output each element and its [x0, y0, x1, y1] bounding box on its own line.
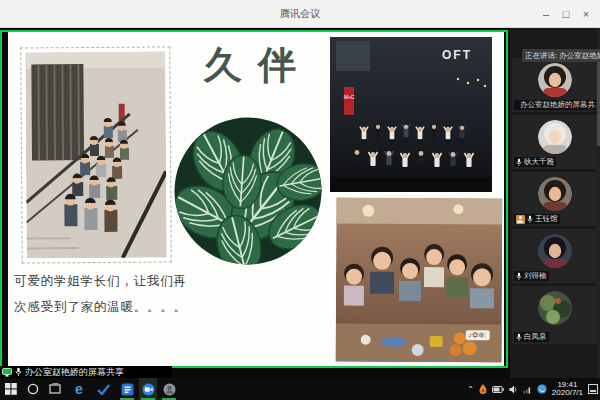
participant-label: 白凤泉 — [514, 332, 549, 342]
night-photo-graphic: M+C OFT — [330, 37, 492, 192]
microphone-icon — [516, 272, 522, 281]
photo-night-group: M+C OFT — [330, 37, 492, 192]
leaf-graphic — [173, 116, 323, 266]
participant-avatar — [538, 234, 572, 268]
participant-thumbnail-5[interactable]: 白凤泉 — [512, 286, 598, 344]
participant-thumbnail-4[interactable]: 刘得楠 — [512, 229, 598, 283]
weather-tray-icon[interactable] — [537, 384, 547, 394]
system-tray: ⌃ 19:41 2020/7/1 — [467, 378, 598, 400]
tencent-meeting-app-icon[interactable] — [139, 378, 157, 400]
participant-name: 耿大千雅 — [524, 157, 554, 167]
microphone-icon — [527, 215, 533, 224]
shared-screen-region: 久伴 — [0, 30, 508, 368]
screen-share-icon — [2, 368, 12, 377]
red-sign-text: M+C — [344, 94, 355, 100]
meeting-main-area: 久伴 — [0, 28, 600, 378]
task-view-icon[interactable] — [46, 378, 64, 400]
window-title: 腾讯会议 — [0, 7, 600, 21]
windows-taskbar: e ⌃ — [0, 378, 600, 400]
desktop-screen: 腾讯会议 – □ × — [0, 0, 600, 400]
network-icon[interactable] — [523, 385, 532, 394]
taskbar-left: e — [0, 378, 178, 400]
action-center-icon[interactable] — [588, 384, 598, 394]
host-badge-icon — [516, 215, 525, 224]
loft-sign-text: OFT — [442, 48, 472, 62]
slide-title: 久伴 — [204, 40, 312, 91]
photo-watermark: ♪✿⊕: — [465, 330, 489, 340]
search-icon[interactable] — [24, 378, 42, 400]
slide-body-line: 次感受到了家的温暖。。。。 — [14, 294, 187, 320]
participant-label: 王钰馆 — [514, 214, 560, 224]
participant-avatar — [538, 177, 572, 211]
participant-thumbnail-2[interactable]: 耿大千雅 — [512, 115, 598, 169]
participant-label: 耿大千雅 — [514, 157, 556, 167]
start-button[interactable] — [2, 378, 20, 400]
clock-date: 2020/7/1 — [552, 389, 583, 398]
window-titlebar: 腾讯会议 – □ × — [0, 0, 600, 28]
leaf-image — [173, 116, 323, 266]
microphone-icon — [516, 333, 522, 342]
minimize-button[interactable]: – — [536, 4, 556, 24]
slide-body-line: 可爱的学姐学长们，让我们再 — [14, 268, 187, 294]
participant-thumbnail-1[interactable]: 办公室赵艳娇的屏幕共.. — [512, 58, 598, 112]
presentation-slide: 久伴 — [8, 32, 504, 366]
participant-avatar — [538, 291, 572, 325]
speaking-status: 正在讲话: 办公室赵艳娇 — [522, 49, 600, 62]
security-tray-icon[interactable] — [479, 384, 487, 394]
microphone-icon — [15, 367, 22, 377]
qq-doc-app-icon[interactable] — [118, 378, 136, 400]
participant-name: 白凤泉 — [524, 332, 547, 342]
battery-icon[interactable] — [492, 386, 504, 393]
participant-label: 刘得楠 — [514, 271, 549, 281]
slide-body-text: 可爱的学姐学长们，让我们再 次感受到了家的温暖。。。。 — [14, 268, 187, 320]
check-app-icon[interactable] — [94, 378, 112, 400]
participant-avatar — [538, 63, 572, 97]
stairs-photo-graphic — [25, 52, 166, 259]
participant-thumbnail-3[interactable]: 王钰馆 — [512, 172, 598, 226]
taskbar-app-icon[interactable] — [160, 378, 178, 400]
share-banner: 办公室赵艳娇的屏幕共享 — [0, 366, 172, 378]
microphone-icon — [516, 158, 522, 167]
taskbar-clock[interactable]: 19:41 2020/7/1 — [552, 381, 583, 398]
tray-expand-icon[interactable]: ⌃ — [467, 385, 474, 394]
edge-browser-icon[interactable]: e — [70, 378, 88, 400]
close-button[interactable]: × — [576, 4, 596, 24]
photo-stairs-group — [21, 47, 170, 262]
participant-name: 刘得楠 — [524, 271, 547, 281]
participant-label: 办公室赵艳娇的屏幕共.. — [514, 100, 596, 110]
share-banner-label: 办公室赵艳娇的屏幕共享 — [25, 366, 124, 379]
window-controls: – □ × — [536, 0, 596, 28]
volume-icon[interactable] — [509, 385, 518, 394]
maximize-button[interactable]: □ — [556, 4, 576, 24]
participant-name: 办公室赵艳娇的屏幕共.. — [520, 100, 596, 110]
participant-avatar — [538, 120, 572, 154]
participant-name: 王钰馆 — [535, 214, 558, 224]
photo-dinner-selfie: ♪✿⊕: — [336, 198, 503, 363]
participants-panel: 正在讲话: 办公室赵艳娇 办公室赵艳娇的屏幕共. — [510, 28, 600, 378]
